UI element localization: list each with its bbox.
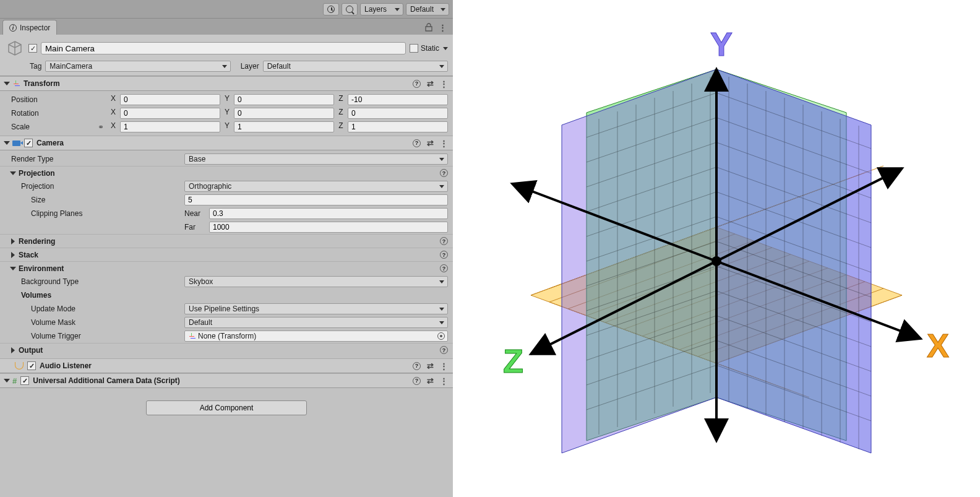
- history-icon: [327, 6, 335, 13]
- bg-type-dropdown[interactable]: Skybox: [184, 276, 448, 287]
- volume-mask-dropdown[interactable]: Default: [184, 317, 448, 328]
- help-icon[interactable]: ?: [413, 377, 421, 385]
- update-mode-label: Update Mode: [11, 305, 184, 313]
- fold-icon[interactable]: [11, 252, 15, 258]
- add-component-row: Add Component: [0, 388, 453, 428]
- coordinate-diagram: Y X Z: [453, 0, 980, 497]
- camera-title: Camera: [37, 139, 64, 147]
- inspector-tab-label: Inspector: [20, 24, 50, 32]
- rendering-section[interactable]: Rendering ?: [0, 234, 453, 248]
- tab-menu-icon[interactable]: ⋮: [439, 23, 447, 32]
- component-menu-icon[interactable]: ⋮: [440, 376, 448, 386]
- preset-icon[interactable]: ⇄: [427, 79, 434, 89]
- uacd-header[interactable]: # Universal Additional Camera Data (Scri…: [0, 373, 453, 388]
- volume-trigger-field[interactable]: None (Transform): [184, 331, 448, 342]
- camera-enabled-checkbox[interactable]: [24, 139, 33, 147]
- layer-label: Layer: [241, 62, 259, 71]
- projection-label: Projection: [11, 182, 184, 191]
- update-mode-dropdown[interactable]: Use Pipeline Settings: [184, 303, 448, 314]
- rotation-label: Rotation: [11, 109, 109, 118]
- projection-dropdown[interactable]: Orthographic: [184, 181, 448, 192]
- component-menu-icon[interactable]: ⋮: [440, 361, 448, 371]
- far-label: Far: [184, 223, 209, 231]
- help-icon[interactable]: ?: [413, 139, 421, 147]
- active-checkbox[interactable]: [28, 44, 37, 53]
- static-label: Static: [421, 44, 439, 53]
- help-icon[interactable]: ?: [440, 264, 448, 272]
- gameobject-icon: [5, 38, 25, 58]
- layout-dropdown[interactable]: Default: [406, 3, 449, 15]
- position-y[interactable]: [234, 94, 334, 105]
- history-button[interactable]: [323, 3, 339, 15]
- add-component-button[interactable]: Add Component: [146, 400, 307, 415]
- inspector-tab[interactable]: i Inspector: [2, 20, 57, 35]
- camera-icon: [12, 140, 20, 146]
- uacd-enabled-checkbox[interactable]: [20, 376, 29, 385]
- preset-icon[interactable]: ⇄: [427, 376, 434, 386]
- scale-y[interactable]: [234, 121, 334, 132]
- fold-icon[interactable]: [10, 171, 16, 175]
- audio-listener-header[interactable]: Audio Listener ? ⇄ ⋮: [0, 358, 453, 373]
- scale-label: Scale⚭: [11, 123, 109, 131]
- lock-icon[interactable]: [425, 23, 432, 32]
- help-icon[interactable]: ?: [413, 80, 421, 88]
- rotation-z[interactable]: [348, 108, 448, 119]
- svg-point-75: [711, 256, 721, 266]
- help-icon[interactable]: ?: [440, 346, 448, 354]
- top-toolbar: Layers Default: [0, 0, 453, 19]
- audio-enabled-checkbox[interactable]: [27, 361, 36, 370]
- fold-icon[interactable]: [11, 347, 15, 353]
- bg-type-label: Background Type: [11, 277, 184, 286]
- component-menu-icon[interactable]: ⋮: [440, 79, 448, 89]
- tag-dropdown[interactable]: MainCamera: [45, 61, 230, 72]
- uacd-title: Universal Additional Camera Data (Script…: [33, 376, 180, 385]
- camera-header[interactable]: Camera ? ⇄ ⋮: [0, 136, 453, 150]
- stack-section[interactable]: Stack ?: [0, 248, 453, 261]
- volume-trigger-label: Volume Trigger: [11, 332, 184, 340]
- render-type-label: Render Type: [11, 155, 184, 163]
- fold-icon[interactable]: [10, 267, 16, 270]
- near-input[interactable]: [209, 208, 448, 219]
- clipping-label: Clipping Planes: [11, 209, 184, 218]
- environment-section[interactable]: Environment ?: [0, 261, 453, 275]
- search-button[interactable]: [342, 3, 358, 15]
- static-dropdown-icon[interactable]: [443, 47, 448, 50]
- position-x[interactable]: [120, 94, 220, 105]
- info-icon: i: [9, 24, 17, 32]
- component-menu-icon[interactable]: ⋮: [440, 139, 448, 148]
- inspector-panel: Layers Default i Inspector ⋮ Static: [0, 0, 453, 497]
- rotation-y[interactable]: [234, 108, 334, 119]
- fold-icon[interactable]: [11, 238, 15, 244]
- layers-dropdown[interactable]: Layers: [360, 3, 403, 15]
- fold-icon[interactable]: [4, 141, 10, 145]
- help-icon[interactable]: ?: [440, 237, 448, 245]
- size-input[interactable]: [184, 194, 448, 205]
- scale-z[interactable]: [348, 121, 448, 132]
- help-icon[interactable]: ?: [413, 362, 421, 370]
- gameobject-header: Static Tag MainCamera Layer Default: [0, 35, 453, 76]
- far-input[interactable]: [209, 222, 448, 233]
- preset-icon[interactable]: ⇄: [427, 139, 434, 148]
- object-name-input[interactable]: [41, 42, 406, 54]
- fold-icon[interactable]: [4, 379, 10, 382]
- constrain-icon[interactable]: ⚭: [98, 123, 104, 131]
- transform-title: Transform: [24, 79, 60, 88]
- object-picker-icon[interactable]: [437, 332, 445, 340]
- static-checkbox[interactable]: [410, 44, 418, 53]
- svg-marker-28: [716, 69, 871, 453]
- position-z[interactable]: [348, 94, 448, 105]
- output-section[interactable]: Output ?: [0, 343, 453, 357]
- audio-listener-title: Audio Listener: [40, 361, 92, 370]
- layers-label: Layers: [364, 5, 387, 14]
- transform-header[interactable]: Transform ? ⇄ ⋮: [0, 76, 453, 91]
- preset-icon[interactable]: ⇄: [427, 361, 434, 371]
- layer-dropdown[interactable]: Default: [263, 61, 448, 72]
- render-type-dropdown[interactable]: Base: [184, 153, 448, 165]
- projection-section[interactable]: Projection ?: [0, 166, 453, 179]
- rotation-x[interactable]: [120, 108, 220, 119]
- scale-x[interactable]: [120, 121, 220, 132]
- fold-icon[interactable]: [4, 82, 10, 85]
- help-icon[interactable]: ?: [440, 169, 448, 177]
- x-axis-label: X: [927, 327, 949, 364]
- help-icon[interactable]: ?: [440, 251, 448, 259]
